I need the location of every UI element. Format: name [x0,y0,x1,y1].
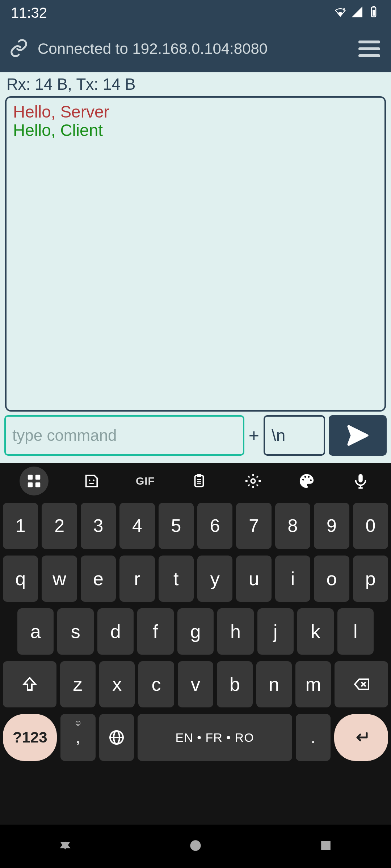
status-bar: 11:32 x [0,0,391,25]
sticker-icon[interactable] [81,470,102,492]
key-j[interactable]: j [257,608,294,655]
key-p[interactable]: p [353,556,388,602]
android-navbar [0,825,391,868]
link-icon [9,38,29,59]
mic-icon[interactable] [350,470,371,492]
key-9[interactable]: 9 [314,503,349,549]
key-3[interactable]: 3 [81,503,116,549]
clipboard-icon[interactable] [188,470,210,492]
keyboard: GIF 1234567890 qwertyuiop asdfghjkl zxcv… [0,463,391,825]
key-k[interactable]: k [297,608,333,655]
key-t[interactable]: t [159,556,194,602]
key-2[interactable]: 2 [42,503,77,549]
key-d[interactable]: d [97,608,134,655]
key-h[interactable]: h [217,608,253,655]
svg-rect-6 [35,475,40,480]
key-4[interactable]: 4 [119,503,155,549]
key-8[interactable]: 8 [275,503,310,549]
svg-text:x: x [343,7,345,12]
battery-icon [367,5,380,20]
svg-rect-5 [28,475,33,480]
send-icon [344,422,371,449]
key-0[interactable]: 0 [353,503,388,549]
key-z[interactable]: z [60,661,96,707]
svg-rect-12 [197,474,201,477]
key-1[interactable]: 1 [3,503,38,549]
svg-point-19 [308,476,310,478]
home-button[interactable] [188,838,203,855]
back-button[interactable] [57,838,73,855]
key-7[interactable]: 7 [236,503,271,549]
stats-bar: Rx: 14 B, Tx: 14 B [0,72,391,95]
key-o[interactable]: o [314,556,349,602]
key-r[interactable]: r [119,556,155,602]
key-n[interactable]: n [256,661,292,707]
language-key[interactable] [99,714,134,761]
svg-rect-7 [28,482,33,487]
gif-button[interactable]: GIF [134,470,156,492]
recent-button[interactable] [318,838,334,855]
suffix-input[interactable]: \n [264,415,325,456]
svg-rect-8 [35,482,40,487]
key-f[interactable]: f [137,608,173,655]
status-icons: x [334,5,380,20]
menu-button[interactable] [357,36,382,61]
key-w[interactable]: w [42,556,77,602]
key-c[interactable]: c [138,661,174,707]
key-5[interactable]: 5 [159,503,194,549]
key-6[interactable]: 6 [197,503,232,549]
key-m[interactable]: m [295,661,331,707]
log-line: Hello, Server [13,103,378,121]
space-key[interactable]: EN • FR • RO [138,714,292,761]
wifi-icon: x [334,5,347,20]
settings-icon[interactable] [242,470,264,492]
key-v[interactable]: v [178,661,213,707]
shift-key[interactable] [3,661,56,707]
app-header: Connected to 192.168.0.104:8080 [0,25,391,72]
svg-point-16 [251,479,255,483]
svg-point-10 [93,480,94,481]
signal-icon [350,5,363,20]
comma-key[interactable]: ☺, [60,714,95,761]
keyboard-toolbar: GIF [0,463,391,499]
key-x[interactable]: x [99,661,135,707]
log-line: Hello, Client [13,121,378,140]
svg-point-28 [190,840,201,851]
content-area: Rx: 14 B, Tx: 14 B Hello, ServerHello, C… [0,72,391,463]
svg-rect-29 [321,841,331,850]
status-time: 11:32 [11,5,47,21]
svg-point-18 [304,476,306,478]
key-l[interactable]: l [337,608,374,655]
svg-rect-2 [373,6,375,7]
key-i[interactable]: i [275,556,310,602]
svg-rect-3 [373,10,375,16]
svg-rect-11 [195,476,203,487]
svg-rect-21 [358,474,363,482]
numeric-key[interactable]: ?123 [3,714,57,761]
connection-status: Connected to 192.168.0.104:8080 [38,40,348,58]
palette-icon[interactable] [296,470,318,492]
key-g[interactable]: g [177,608,214,655]
enter-key[interactable] [334,714,388,761]
key-u[interactable]: u [236,556,271,602]
send-button[interactable] [329,415,387,456]
command-input[interactable] [4,415,244,456]
key-s[interactable]: s [57,608,93,655]
key-b[interactable]: b [217,661,252,707]
key-q[interactable]: q [3,556,38,602]
key-a[interactable]: a [17,608,54,655]
log-box[interactable]: Hello, ServerHello, Client [5,96,386,412]
svg-point-17 [302,479,304,481]
key-y[interactable]: y [197,556,232,602]
period-key[interactable]: . [296,714,331,761]
plus-label: + [248,425,260,446]
key-e[interactable]: e [81,556,116,602]
input-row: + \n [0,415,391,459]
backspace-key[interactable] [335,661,388,707]
svg-point-9 [89,480,91,481]
svg-point-20 [310,480,312,481]
apps-icon[interactable] [20,467,49,495]
